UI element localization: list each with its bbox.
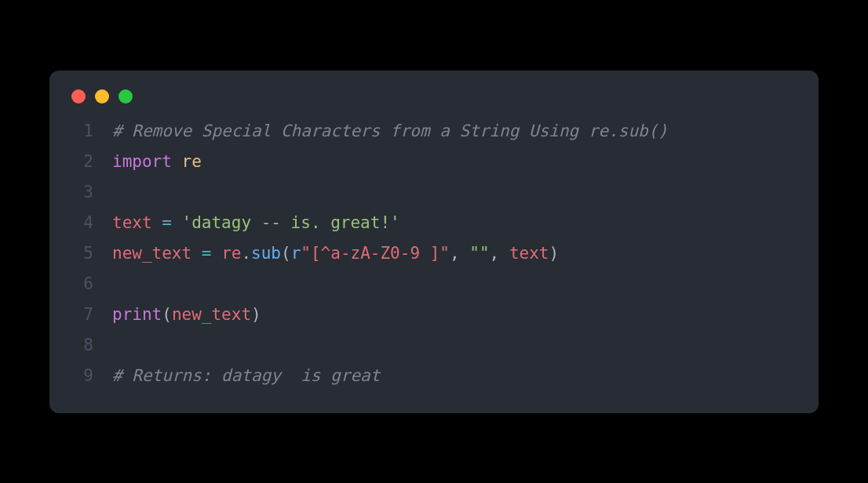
code-line: 5 new_text = re.sub(r"[^a-zA-Z0-9 ]", ""…	[71, 238, 797, 269]
line-number: 8	[71, 330, 93, 361]
line-number: 2	[71, 147, 93, 177]
close-icon[interactable]	[71, 89, 86, 104]
line-number: 7	[71, 300, 93, 330]
code-line: 6	[71, 269, 797, 300]
code-content: print(new_text)	[112, 300, 261, 330]
line-number: 6	[71, 269, 93, 300]
line-number: 5	[71, 238, 93, 269]
code-content: # Returns: datagy is great	[112, 361, 380, 391]
line-number: 9	[71, 361, 93, 391]
code-content: text = 'datagy -- is. great!'	[112, 208, 400, 238]
code-content: # Remove Special Characters from a Strin…	[112, 116, 668, 147]
code-content: import re	[112, 147, 202, 177]
code-line: 2 import re	[71, 147, 797, 177]
code-line: 3	[71, 177, 797, 208]
line-number: 4	[71, 208, 93, 238]
window-controls	[49, 89, 819, 116]
minimize-icon[interactable]	[95, 89, 109, 104]
code-editor-window: 1 # Remove Special Characters from a Str…	[49, 71, 819, 413]
line-number: 1	[71, 116, 93, 147]
code-line: 4 text = 'datagy -- is. great!'	[71, 208, 797, 238]
line-number: 3	[71, 177, 93, 208]
code-area: 1 # Remove Special Characters from a Str…	[49, 116, 819, 391]
code-line: 1 # Remove Special Characters from a Str…	[71, 116, 797, 147]
code-line: 7 print(new_text)	[71, 300, 797, 330]
code-content: new_text = re.sub(r"[^a-zA-Z0-9 ]", "", …	[112, 238, 559, 269]
maximize-icon[interactable]	[119, 89, 133, 104]
code-line: 9 # Returns: datagy is great	[71, 361, 797, 391]
code-line: 8	[71, 330, 797, 361]
